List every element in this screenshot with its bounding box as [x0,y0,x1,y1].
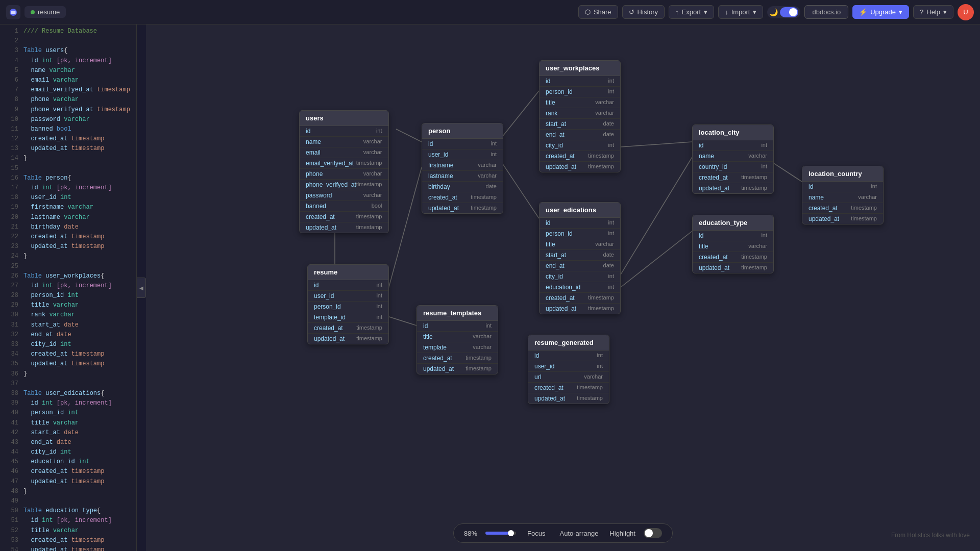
line-number: 34 [4,349,18,359]
export-button[interactable]: ↑ Export ▾ [669,5,714,19]
line-number: 29 [4,300,18,310]
field-type: int [761,142,767,149]
help-button[interactable]: ? Help ▾ [913,5,953,19]
code-line-39: 39 id int [pk, increment] [0,398,136,408]
current-tab[interactable]: resume [24,6,66,18]
code-line-24: 24} [0,252,136,261]
db-table-person[interactable]: personidintuser_idintfirstnamevarcharlas… [422,123,503,214]
canvas-panel[interactable]: usersidintnamevarcharemailvarcharemail_v… [146,24,980,551]
db-table-user_edications[interactable]: user_edicationsidintperson_idinttitlevar… [539,202,621,314]
field-type: int [376,314,382,321]
line-text: title varchar [23,526,79,536]
table-header-resume_templates: resume_templates [417,306,498,321]
user-avatar[interactable]: U [958,4,974,20]
code-line-25: 25 [0,262,136,271]
field-type: int [608,284,614,291]
field-type: int [608,142,614,149]
theme-switch[interactable] [780,7,798,17]
logo-icon[interactable] [6,5,20,19]
field-type: timestamp [356,224,382,231]
code-line-6: 6 email varchar [0,76,136,85]
code-line-30: 30 rank varchar [0,310,136,320]
field-name: password [306,192,332,199]
dbdocs-link[interactable]: dbdocs.io [804,5,848,19]
table-row: phone_verifyed_attimestamp [300,180,388,190]
field-type: varchar [584,373,603,381]
field-type: bool [372,203,382,210]
code-line-8: 8 phone varchar [0,95,136,105]
field-name: updated_at [546,163,576,170]
line-number: 54 [4,545,18,551]
svg-line-9 [384,167,422,304]
field-name: phone [306,170,323,178]
upgrade-button[interactable]: ⚡ Upgrade ▾ [852,5,909,19]
import-button[interactable]: ↓ Import ▾ [718,5,763,19]
line-number: 32 [4,330,18,340]
field-type: int [608,78,614,85]
table-row: education_idint [540,282,620,293]
zoom-slider[interactable] [485,532,516,535]
table-row: titlevarchar [693,241,773,252]
auto-arrange-button[interactable]: Auto-arrange [556,529,601,538]
field-name: birthday [428,183,450,190]
field-type: timestamp [356,181,382,188]
line-number: 16 [4,173,18,183]
table-row: updated_attimestamp [300,222,388,233]
table-row: titlevarchar [417,332,498,342]
code-panel[interactable]: 1//// Resume Database23Table users{4 id … [0,24,137,551]
field-name: person_id [546,88,573,95]
code-line-3: 3Table users{ [0,46,136,56]
db-table-location_city[interactable]: location_cityidintnamevarcharcountry_idi… [692,124,774,194]
field-type: varchar [478,172,497,180]
export-chevron-icon: ▾ [704,8,707,16]
line-text: email_verifyed_at timestamp [23,85,130,95]
db-table-education_type[interactable]: education_typeidinttitlevarcharcreated_a… [692,215,774,273]
db-table-resume[interactable]: resumeidintuser_idintperson_idinttemplat… [307,264,389,344]
field-name: id [699,232,703,239]
field-name: created_at [699,174,728,181]
code-line-34: 34 created_at timestamp [0,349,136,359]
line-text: person_id int [23,291,79,300]
field-name: id [306,128,310,135]
table-row: person_idint [540,229,620,239]
line-number: 35 [4,359,18,369]
field-type: timestamp [471,194,497,201]
field-type: varchar [363,192,382,199]
field-name: user_id [428,151,448,158]
theme-toggle[interactable]: 🌙 [767,6,800,18]
line-text: created_at timestamp [23,134,104,144]
line-number: 53 [4,536,18,545]
highlight-toggle[interactable] [644,528,662,538]
field-type: date [603,120,614,128]
code-line-53: 53 created_at timestamp [0,536,136,545]
field-type: timestamp [356,335,382,342]
table-row: birthdaydate [422,182,503,192]
focus-button[interactable]: Focus [524,529,548,538]
field-type: varchar [363,170,382,178]
dbdocs-label: dbdocs.io [812,8,841,16]
field-type: int [608,88,614,95]
db-table-resume_templates[interactable]: resume_templatesidinttitlevarchartemplat… [416,305,498,374]
field-type: timestamp [471,205,497,212]
table-row: created_attimestamp [802,203,883,214]
code-line-22: 22 created_at timestamp [0,232,136,242]
collapse-panel-button[interactable]: ◀ [137,278,146,298]
table-header-user_edications: user_edications [540,203,620,218]
line-number: 8 [4,95,18,105]
tab-name: resume [38,8,60,16]
line-text: updated_at timestamp [23,359,104,369]
db-table-resume_generated[interactable]: resume_generatedidintuser_idinturlvarcha… [528,335,609,404]
field-name: email [306,149,321,156]
svg-line-4 [621,142,692,147]
table-row: user_idint [528,361,609,372]
db-table-user_workplaces[interactable]: user_workplacesidintperson_idinttitlevar… [539,60,621,172]
history-button[interactable]: ↺ History [622,5,665,19]
db-table-location_country[interactable]: location_countryidintnamevarcharcreated_… [802,166,884,224]
field-type: int [376,128,382,135]
db-table-users[interactable]: usersidintnamevarcharemailvarcharemail_v… [299,110,389,233]
share-button[interactable]: ⬡ Share [578,5,618,19]
field-type: timestamp [356,213,382,220]
code-line-11: 11 banned bool [0,124,136,134]
table-row: namevarchar [300,137,388,147]
field-name: title [546,241,555,248]
